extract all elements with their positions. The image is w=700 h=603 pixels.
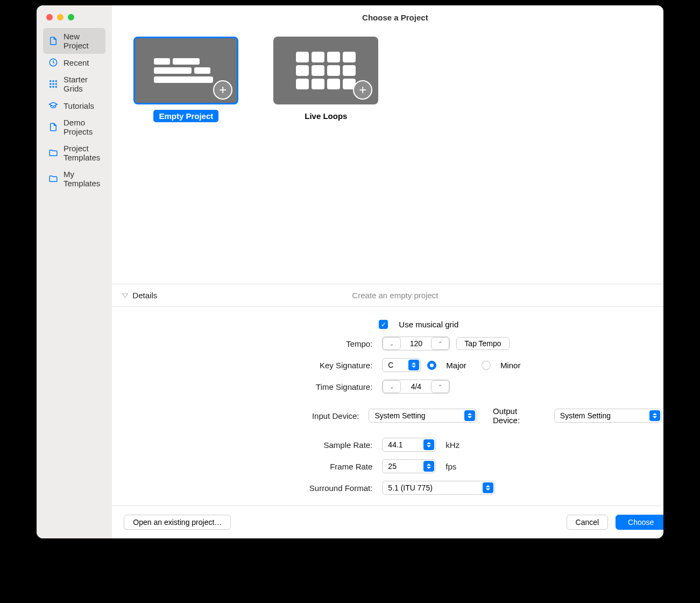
stepper-caret-icon [464, 410, 475, 421]
window-controls [37, 5, 112, 26]
svg-rect-2 [53, 80, 54, 82]
output-device-label: Output Device: [493, 406, 543, 425]
input-device-label: Input Device: [128, 411, 362, 420]
sidebar-item-demo-projects[interactable]: Demo Projects [43, 114, 105, 140]
window-title: Choose a Project [112, 5, 663, 30]
stepper-caret-icon [408, 360, 419, 370]
sidebar-item-starter-grids[interactable]: Starter Grids [43, 71, 105, 97]
key-signature-select[interactable]: C [382, 358, 421, 372]
sidebar-item-my-templates[interactable]: My Templates [43, 166, 105, 192]
sidebar-item-recent[interactable]: Recent [43, 54, 105, 71]
output-device-select[interactable]: System Setting [554, 409, 662, 423]
grad-cap-icon [48, 101, 58, 110]
template-empty-project[interactable]: + Empty Project [133, 37, 238, 122]
chevron-down-icon[interactable]: ⌄ [383, 380, 401, 393]
template-gallery: + Empty Project + Live Loops [112, 30, 663, 284]
template-label: Live Loops [299, 110, 352, 122]
plus-icon: + [353, 80, 372, 100]
tempo-value[interactable]: 120 [401, 337, 431, 350]
sample-rate-value: 44.1 [388, 440, 402, 449]
mode-major-radio[interactable] [427, 361, 436, 370]
choose-button[interactable]: Choose [616, 515, 663, 530]
svg-rect-3 [55, 80, 57, 82]
stepper-caret-icon [423, 439, 434, 450]
footer: Open an existing project… Cancel Choose [112, 506, 663, 538]
folder-icon [48, 174, 58, 184]
svg-rect-9 [55, 86, 57, 88]
sidebar-item-label: My Templates [63, 170, 100, 188]
svg-rect-1 [50, 80, 51, 82]
details-heading: Details [132, 291, 157, 300]
sidebar: New Project Recent Starter Grids Tutoria… [37, 5, 112, 538]
sidebar-item-new-project[interactable]: New Project [43, 28, 105, 54]
sidebar-item-label: New Project [63, 32, 100, 50]
template-label: Empty Project [153, 110, 218, 122]
template-live-loops[interactable]: + Live Loops [273, 37, 378, 122]
svg-rect-6 [55, 83, 57, 85]
cancel-button[interactable]: Cancel [567, 515, 609, 530]
frame-rate-value: 25 [388, 462, 397, 471]
mode-major-label: Major [446, 361, 466, 370]
output-device-value: System Setting [560, 411, 611, 420]
open-existing-project-button[interactable]: Open an existing project… [124, 515, 231, 530]
document-icon [48, 122, 58, 132]
tempo-stepper[interactable]: ⌄ 120 ⌃ [382, 336, 450, 350]
svg-rect-7 [50, 86, 51, 88]
use-musical-grid-label: Use musical grid [399, 320, 458, 329]
use-musical-grid-checkbox[interactable]: ✓ [379, 320, 388, 329]
chevron-down-icon[interactable]: ⌄ [383, 337, 401, 350]
key-signature-label: Key Signature: [128, 361, 376, 370]
zoom-window-button[interactable] [68, 14, 74, 20]
template-thumbnail: + [273, 37, 378, 104]
tap-tempo-button[interactable]: Tap Tempo [456, 337, 509, 350]
sidebar-item-project-templates[interactable]: Project Templates [43, 140, 105, 166]
project-chooser-window: New Project Recent Starter Grids Tutoria… [37, 5, 663, 538]
template-thumbnail: + [133, 37, 238, 104]
sidebar-item-label: Recent [63, 58, 89, 67]
sample-rate-unit: kHz [446, 440, 459, 450]
sidebar-item-label: Demo Projects [63, 118, 100, 136]
mode-minor-radio[interactable] [482, 361, 491, 370]
input-device-select[interactable]: System Setting [369, 409, 477, 423]
minimize-window-button[interactable] [57, 14, 63, 20]
document-icon [48, 36, 58, 46]
stepper-caret-icon [423, 461, 434, 472]
sidebar-item-label: Starter Grids [63, 75, 100, 93]
input-device-value: System Setting [374, 411, 425, 420]
clock-icon [48, 58, 58, 67]
surround-format-value: 5.1 (ITU 775) [388, 483, 432, 492]
sidebar-list: New Project Recent Starter Grids Tutoria… [37, 26, 112, 194]
stepper-caret-icon [483, 482, 493, 493]
svg-rect-4 [50, 83, 51, 85]
frame-rate-select[interactable]: 25 [382, 459, 436, 473]
mode-minor-label: Minor [500, 361, 521, 370]
stepper-caret-icon [649, 410, 660, 421]
details-bar: ▽ Details Create an empty project [112, 284, 663, 307]
tempo-label: Tempo: [128, 339, 376, 348]
svg-rect-8 [53, 86, 54, 88]
details-subtitle: Create an empty project [352, 291, 438, 300]
chevron-up-icon[interactable]: ⌃ [431, 380, 449, 393]
frame-rate-label: Frame Rate [128, 462, 376, 471]
grid-icon [48, 79, 58, 89]
sample-rate-label: Sample Rate: [128, 440, 376, 450]
key-signature-value: C [388, 361, 393, 369]
surround-format-label: Surround Format: [128, 483, 376, 493]
svg-rect-5 [53, 83, 54, 85]
folder-icon [48, 148, 58, 158]
close-window-button[interactable] [46, 14, 53, 20]
sidebar-item-tutorials[interactable]: Tutorials [43, 97, 105, 114]
disclosure-triangle-icon[interactable]: ▽ [122, 292, 128, 299]
sidebar-item-label: Tutorials [63, 101, 94, 110]
frame-rate-unit: fps [446, 462, 456, 471]
surround-format-select[interactable]: 5.1 (ITU 775) [382, 481, 495, 495]
plus-icon: + [213, 80, 232, 100]
time-signature-label: Time Signature: [128, 382, 376, 391]
project-settings: ✓ Use musical grid Tempo: ⌄ 120 ⌃ Tap Te… [112, 307, 663, 506]
chevron-up-icon[interactable]: ⌃ [431, 337, 449, 350]
sidebar-item-label: Project Templates [63, 144, 100, 162]
time-signature-value[interactable]: 4/4 [401, 380, 431, 393]
sample-rate-select[interactable]: 44.1 [382, 438, 436, 452]
main-panel: Choose a Project + Empty Project + [112, 5, 663, 538]
time-signature-stepper[interactable]: ⌄ 4/4 ⌃ [382, 380, 450, 394]
